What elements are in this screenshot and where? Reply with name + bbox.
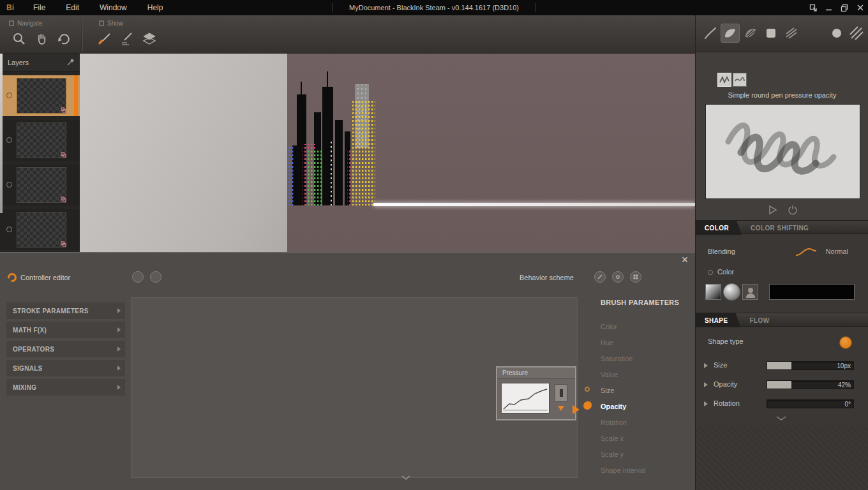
node-output-port[interactable] — [555, 384, 567, 402]
model-head-icon[interactable] — [742, 284, 758, 300]
panel-collapse-chevron-icon[interactable] — [401, 475, 411, 480]
category-mixing[interactable]: MIXING — [6, 379, 125, 396]
sphere-shading-icon[interactable] — [724, 284, 740, 300]
layer-item-2[interactable] — [0, 120, 80, 161]
menu-file[interactable]: File — [23, 3, 56, 12]
param-color[interactable]: Color — [587, 318, 695, 334]
rotate-view-tool-icon[interactable] — [56, 31, 71, 47]
connected-marker-icon[interactable] — [583, 401, 592, 410]
maximize-icon[interactable] — [841, 4, 849, 12]
behavior-scheme-edit-button[interactable] — [612, 271, 624, 283]
layers-pin-icon[interactable] — [66, 58, 75, 67]
layer-item-3[interactable] — [0, 165, 80, 205]
param-scale-x[interactable]: Scale x — [587, 430, 695, 446]
behavior-scheme-list-button[interactable] — [630, 271, 641, 283]
pressure-curve-graph[interactable] — [501, 383, 550, 413]
play-preview-icon[interactable] — [767, 204, 778, 216]
pressure-node-title[interactable]: Pressure — [497, 368, 575, 379]
smudge-circle-brush-icon[interactable] — [827, 24, 846, 43]
param-rotation[interactable]: Rotation — [587, 414, 695, 430]
layer-badge-icon — [61, 197, 66, 202]
pressure-node[interactable]: Pressure — [496, 366, 576, 420]
zoom-tool-icon[interactable] — [11, 31, 27, 47]
tab-shape[interactable]: SHAPE — [696, 313, 740, 327]
show-brush-cursor-icon[interactable] — [97, 31, 112, 47]
blending-curve-icon[interactable] — [795, 247, 817, 257]
expand-chevron-icon[interactable] — [704, 382, 708, 387]
layer-thumbnail[interactable] — [17, 122, 66, 158]
layer-thumbnail[interactable] — [17, 167, 66, 203]
minimize-icon[interactable] — [825, 4, 833, 11]
tab-flow[interactable]: FLOW — [740, 313, 778, 327]
canvas-workspace[interactable] — [80, 54, 695, 252]
tab-color-shifting[interactable]: COLOR SHIFTING — [742, 221, 818, 235]
param-value[interactable]: Value — [587, 366, 695, 382]
param-shape-interval[interactable]: Shape interval — [587, 462, 695, 478]
gradient-picker-icon[interactable] — [705, 284, 721, 300]
tab-color[interactable]: COLOR — [696, 221, 742, 235]
category-signals[interactable]: SIGNALS — [6, 360, 125, 376]
dock-icon[interactable] — [809, 4, 818, 12]
shape-type-row: Shape type — [696, 337, 868, 350]
connect-ring-icon[interactable] — [585, 387, 590, 392]
layer-item-1[interactable] — [0, 75, 80, 116]
layer-badge-icon — [61, 107, 66, 113]
shape-type-circle-icon[interactable] — [840, 337, 851, 348]
menu-help[interactable]: Help — [137, 3, 174, 12]
connector-arrow-icon — [572, 405, 580, 414]
behavior-scheme-save-button[interactable] — [594, 271, 606, 283]
layer-thumbnail[interactable] — [17, 78, 66, 114]
blending-mode-value[interactable]: Normal — [826, 248, 848, 255]
layer-item-4[interactable] — [0, 209, 80, 250]
pan-hand-tool-icon[interactable] — [34, 31, 49, 47]
category-stroke-parameters[interactable]: STROKE PARAMETERS — [6, 302, 125, 319]
expand-chevron-icon[interactable] — [704, 363, 708, 368]
textured-brush-icon[interactable] — [741, 24, 760, 43]
node-output-arrow-icon — [558, 406, 564, 411]
app-logo: Bi — [6, 3, 14, 12]
param-size[interactable]: Size — [587, 382, 695, 398]
expand-chevron-icon[interactable] — [704, 401, 708, 406]
close-icon[interactable] — [857, 4, 864, 11]
size-value: 10px — [837, 362, 851, 370]
shape-type-label: Shape type — [708, 338, 744, 345]
param-scale-y[interactable]: Scale y — [587, 446, 695, 462]
pencil-stroke-brush-icon[interactable] — [701, 24, 720, 43]
menu-window[interactable]: Window — [89, 3, 137, 12]
layers-panel-scrollbar[interactable] — [0, 54, 3, 213]
rotation-slider[interactable]: 0° — [767, 399, 854, 408]
layer-visibility-icon[interactable] — [6, 137, 12, 143]
section-collapse-chevron-icon[interactable] — [775, 415, 787, 421]
blending-row: Blending Normal — [696, 245, 868, 260]
show-section-label: Show — [99, 20, 123, 27]
round-pen-brush-icon[interactable] — [721, 24, 740, 43]
param-opacity[interactable]: Opacity — [587, 398, 695, 414]
layer-visibility-icon[interactable] — [6, 226, 12, 232]
layers-panel: Layers — [0, 54, 80, 252]
show-layers-icon[interactable] — [142, 31, 157, 47]
menu-edit[interactable]: Edit — [56, 3, 89, 12]
layer-thumbnail[interactable] — [17, 212, 66, 248]
current-color-swatch[interactable] — [769, 284, 855, 300]
controller-slot-button-2[interactable] — [150, 271, 161, 283]
shape-tabstrip: SHAPE FLOW — [696, 313, 868, 327]
param-hue[interactable]: Hue — [587, 334, 695, 350]
power-toggle-icon[interactable] — [787, 204, 798, 216]
show-strokes-icon[interactable] — [119, 31, 135, 47]
brush-variant-thumb-1[interactable] — [717, 73, 731, 87]
layer-visibility-icon[interactable] — [6, 93, 12, 98]
size-slider[interactable]: 10px — [767, 361, 854, 370]
brush-variant-thumb-2[interactable] — [733, 73, 747, 87]
category-math-fx[interactable]: MATH F(X) — [6, 322, 125, 338]
hatch-brush-icon[interactable] — [847, 24, 866, 43]
close-icon[interactable]: × — [679, 253, 691, 267]
color-radio-icon[interactable] — [708, 270, 713, 275]
controller-slot-button-1[interactable] — [132, 271, 144, 283]
opacity-slider[interactable]: 42% — [767, 380, 854, 389]
scratchy-brush-icon[interactable] — [782, 24, 801, 43]
layer-visibility-icon[interactable] — [6, 182, 12, 188]
square-brush-icon[interactable] — [761, 24, 781, 43]
window-title: MyDocument - BlackInk Steam - v0.144.161… — [349, 4, 519, 11]
param-saturation[interactable]: Saturation — [587, 350, 695, 366]
category-operators[interactable]: OPERATORS — [6, 341, 125, 357]
